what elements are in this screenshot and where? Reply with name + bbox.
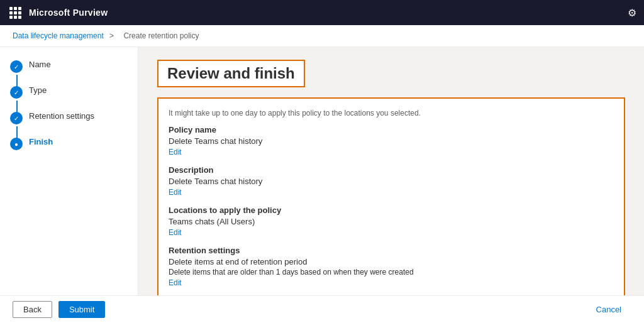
top-nav: Microsoft Purview ⚙ <box>0 0 644 25</box>
description-edit[interactable]: Edit <box>169 188 182 197</box>
review-section-description: Description Delete Teams chat history Ed… <box>169 165 614 197</box>
grid-icon <box>9 7 21 19</box>
step-name-circle: ✓ <box>10 60 23 73</box>
sidebar: ✓ Name ✓ Type ✓ Retention settings ● <box>0 47 138 322</box>
locations-value: Teams chats (All Users) <box>169 217 614 226</box>
checkmark-icon: ✓ <box>14 89 19 96</box>
checkmark-icon: ✓ <box>14 63 19 70</box>
retention-edit[interactable]: Edit <box>169 278 182 287</box>
breadcrumb-current: Create retention policy <box>123 31 199 40</box>
step-name-label: Name <box>29 60 51 69</box>
policy-name-value: Delete Teams chat history <box>169 136 614 146</box>
content-area: Review and finish It might take up to on… <box>138 47 644 322</box>
policy-name-edit[interactable]: Edit <box>169 148 182 156</box>
cancel-button[interactable]: Cancel <box>586 302 631 317</box>
locations-label: Locations to apply the policy <box>169 205 614 215</box>
review-box: It might take up to one day to apply thi… <box>157 97 625 307</box>
step-finish: ● Finish <box>10 137 128 150</box>
review-note: It might take up to one day to apply thi… <box>169 109 614 118</box>
locations-edit[interactable]: Edit <box>169 228 182 237</box>
step-finish-label: Finish <box>29 137 53 146</box>
step-retention-circle: ✓ <box>10 112 23 124</box>
submit-button[interactable]: Submit <box>58 301 105 318</box>
gear-icon[interactable]: ⚙ <box>628 8 636 18</box>
top-nav-right: ⚙ <box>628 7 636 19</box>
step-type-circle: ✓ <box>10 86 23 99</box>
checkmark-icon: ✓ <box>14 115 19 122</box>
step-type-label: Type <box>29 85 47 95</box>
review-section-retention: Retention settings Delete items at end o… <box>169 246 614 287</box>
app-grid-button[interactable] <box>8 5 23 20</box>
retention-settings-label: Retention settings <box>169 246 614 255</box>
description-label: Description <box>169 165 614 175</box>
step-retention-label: Retention settings <box>29 111 94 121</box>
main-layout: ✓ Name ✓ Type ✓ Retention settings ● <box>0 47 644 322</box>
policy-name-label: Policy name <box>169 125 614 134</box>
review-section-locations: Locations to apply the policy Teams chat… <box>169 205 614 237</box>
step-type: ✓ Type <box>10 85 128 99</box>
description-value: Delete Teams chat history <box>169 177 614 186</box>
sidebar-steps: ✓ Name ✓ Type ✓ Retention settings ● <box>10 60 128 150</box>
bullet-icon: ● <box>14 141 18 148</box>
retention-value1: Delete items at end of retention period <box>169 257 614 266</box>
back-button[interactable]: Back <box>13 301 52 318</box>
review-section-policy-name: Policy name Delete Teams chat history Ed… <box>169 125 614 156</box>
breadcrumb: Data lifecycle management > Create reten… <box>0 25 644 47</box>
step-finish-circle: ● <box>10 138 23 150</box>
app-title: Microsoft Purview <box>29 8 108 18</box>
step-name: ✓ Name <box>10 60 128 73</box>
breadcrumb-parent[interactable]: Data lifecycle management <box>13 31 104 40</box>
retention-value2: Delete items that are older than 1 days … <box>169 268 614 276</box>
page-title: Review and finish <box>157 60 305 87</box>
breadcrumb-separator: > <box>109 31 114 40</box>
step-retention: ✓ Retention settings <box>10 111 128 124</box>
footer: Back Submit Cancel <box>0 295 644 323</box>
